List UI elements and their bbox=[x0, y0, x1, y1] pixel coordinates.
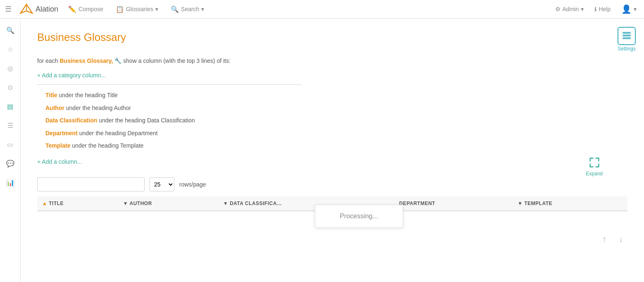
list-item: Title under the heading Title bbox=[45, 91, 627, 100]
help-icon: ℹ bbox=[594, 6, 596, 12]
sidebar-clock-icon[interactable]: ⊙ bbox=[4, 81, 17, 94]
field-name-dept: Department bbox=[45, 130, 78, 136]
admin-nav[interactable]: ⚙ Admin ▾ bbox=[553, 4, 587, 14]
search-nav-icon: 🔍 bbox=[171, 5, 179, 13]
add-column-link[interactable]: + Add a column... bbox=[37, 158, 82, 165]
user-avatar-icon: 👤 bbox=[621, 4, 632, 14]
description-prefix: for each bbox=[37, 57, 59, 64]
description-line: for each Business Glossary, 🔧 show a col… bbox=[37, 56, 627, 65]
column-list: Title under the heading Title Author und… bbox=[37, 91, 627, 150]
heading-label-title: under the heading bbox=[59, 92, 107, 98]
search-nav[interactable]: 🔍 Search ▾ bbox=[168, 4, 207, 15]
field-name-template: Template bbox=[45, 142, 70, 149]
top-navbar: ☰ Alation ✏️ Compose 📋 Glossaries ▾ 🔍 Se… bbox=[0, 0, 644, 19]
sidebar-eye-icon[interactable]: ◎ bbox=[4, 62, 17, 75]
expand-icon bbox=[589, 157, 600, 171]
arrow-controls: ↑ ↓ bbox=[37, 232, 627, 246]
table-controls: 10 25 50 100 rows/page Expand bbox=[37, 177, 627, 191]
sidebar-layers-icon[interactable]: ▤ bbox=[4, 100, 17, 113]
user-chevron-icon: ▾ bbox=[634, 6, 637, 12]
main-content: Settings Business Glossary for each Busi… bbox=[21, 19, 644, 282]
processing-overlay: Processing... bbox=[315, 205, 403, 228]
sidebar-chat-icon[interactable]: 💬 bbox=[4, 157, 17, 170]
help-label: Help bbox=[599, 6, 611, 12]
arrow-up-button[interactable]: ↑ bbox=[598, 232, 611, 246]
admin-label: Admin bbox=[563, 6, 579, 12]
description-suffix: show a column (with the top 3 lines) of … bbox=[123, 57, 231, 64]
heading-value-template: Template bbox=[120, 142, 144, 149]
list-item: Data Classification under the heading Da… bbox=[45, 116, 627, 125]
settings-label: Settings bbox=[618, 46, 635, 52]
list-item: Department under the heading Department bbox=[45, 129, 627, 138]
processing-text: Processing... bbox=[340, 213, 378, 220]
left-sidebar: 🔍 ☆ ◎ ⊙ ▤ ☰ ▭ 💬 📊 bbox=[0, 19, 21, 282]
svg-rect-2 bbox=[623, 37, 631, 39]
glossaries-icon: 📋 bbox=[116, 5, 124, 13]
glossaries-chevron-icon: ▾ bbox=[155, 6, 158, 12]
heading-label-author: under the heading bbox=[66, 105, 114, 111]
dashed-divider bbox=[37, 84, 302, 85]
field-name-author: Author bbox=[45, 105, 64, 111]
th-title[interactable]: ▲ TITLE bbox=[37, 196, 118, 211]
rows-per-page-label: rows/page bbox=[179, 181, 206, 188]
settings-button[interactable]: Settings bbox=[618, 27, 636, 52]
alation-logo[interactable]: Alation bbox=[19, 3, 58, 15]
list-item: Template under the heading Template bbox=[45, 141, 627, 150]
search-chevron-icon: ▾ bbox=[201, 6, 204, 12]
compose-icon: ✏️ bbox=[68, 5, 76, 13]
wrench-icon: 🔧 bbox=[114, 57, 121, 64]
heading-value-dataclass: Data Classification bbox=[147, 117, 195, 124]
rows-per-page-select[interactable]: 10 25 50 100 bbox=[150, 177, 174, 191]
settings-icon bbox=[618, 27, 636, 45]
sidebar-document-icon[interactable]: ▭ bbox=[4, 138, 17, 151]
sidebar-chart-icon[interactable]: 📊 bbox=[4, 176, 17, 189]
sort-desc-author-icon: ▼ bbox=[123, 201, 128, 206]
layout: 🔍 ☆ ◎ ⊙ ▤ ☰ ▭ 💬 📊 Settings Business Glos… bbox=[0, 19, 644, 282]
search-nav-label: Search bbox=[181, 6, 199, 12]
th-template[interactable]: ▼ TEMPLATE bbox=[513, 196, 627, 211]
sort-desc-dataclass-icon: ▼ bbox=[223, 201, 228, 206]
description-highlight: Business Glossary, bbox=[59, 57, 113, 64]
heading-value-author: Author bbox=[114, 105, 131, 111]
sidebar-list-icon[interactable]: ☰ bbox=[4, 119, 17, 132]
admin-icon: ⚙ bbox=[555, 6, 561, 12]
glossaries-label: Glossaries bbox=[126, 6, 153, 12]
heading-label-dataclass: under the heading bbox=[99, 117, 147, 124]
field-name-dataclass: Data Classification bbox=[45, 117, 97, 124]
heading-label-template: under the heading bbox=[72, 142, 120, 149]
nav-right: ⚙ Admin ▾ ℹ Help 👤 ▾ bbox=[553, 2, 639, 16]
heading-value-dept: Department bbox=[127, 130, 157, 136]
add-category-link[interactable]: + Add a category column... bbox=[37, 72, 106, 79]
compose-nav[interactable]: ✏️ Compose bbox=[66, 4, 106, 15]
heading-label-dept: under the heading bbox=[79, 130, 128, 136]
heading-value-title: Title bbox=[107, 92, 118, 98]
sort-desc-template-icon: ▼ bbox=[518, 201, 523, 206]
compose-label: Compose bbox=[78, 6, 103, 12]
svg-rect-1 bbox=[623, 35, 631, 36]
user-nav[interactable]: 👤 ▾ bbox=[619, 2, 639, 16]
sidebar-star-icon[interactable]: ☆ bbox=[4, 43, 17, 56]
field-name-title: Title bbox=[45, 92, 57, 98]
admin-chevron-icon: ▾ bbox=[581, 6, 584, 12]
th-author[interactable]: ▼ AUTHOR bbox=[118, 196, 218, 211]
table-search-input[interactable] bbox=[37, 177, 145, 191]
table-wrapper: ▲ TITLE ▼ AUTHOR ▼ DATA CLASSIFICA... bbox=[37, 196, 627, 227]
help-nav[interactable]: ℹ Help bbox=[592, 4, 613, 14]
glossaries-nav[interactable]: 📋 Glossaries ▾ bbox=[113, 4, 161, 15]
th-department[interactable]: DEPARTMENT bbox=[394, 196, 513, 211]
page-title: Business Glossary bbox=[37, 31, 627, 44]
logo-text: Alation bbox=[36, 5, 58, 14]
list-item: Author under the heading Author bbox=[45, 103, 627, 112]
expand-label: Expand bbox=[586, 171, 603, 177]
hamburger-menu[interactable]: ☰ bbox=[5, 5, 12, 14]
expand-button[interactable]: Expand bbox=[586, 157, 603, 177]
sidebar-search-icon[interactable]: 🔍 bbox=[4, 24, 17, 37]
sort-asc-icon: ▲ bbox=[42, 201, 47, 206]
arrow-down-button[interactable]: ↓ bbox=[614, 232, 627, 246]
svg-rect-0 bbox=[623, 32, 631, 33]
